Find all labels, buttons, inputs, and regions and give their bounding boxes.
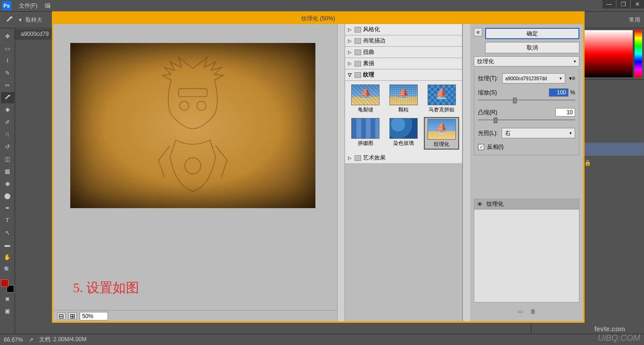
svg-rect-2 xyxy=(179,88,207,96)
hand-tool[interactable]: ✋ xyxy=(1,252,14,263)
blur-tool[interactable]: ◉ xyxy=(1,178,14,189)
thumb-patchwork[interactable]: 拼缀图 xyxy=(348,117,383,150)
folder-icon xyxy=(355,50,361,55)
eraser-tool[interactable]: ◫ xyxy=(1,153,14,165)
scale-slider[interactable] xyxy=(478,97,575,103)
preview-canvas[interactable]: 5. 设置如图 xyxy=(59,30,333,308)
preview-pane: 5. 设置如图 ⊟ ⊞ xyxy=(53,24,337,321)
thumb-image xyxy=(389,118,418,139)
history-brush-tool[interactable]: ↺ xyxy=(1,141,14,152)
doc-info: 文档 :2.00M/4.00M xyxy=(39,336,87,344)
zoom-input[interactable] xyxy=(80,312,108,320)
ps-logo: Ps xyxy=(2,1,11,10)
document-tab[interactable]: a9000cd79 xyxy=(15,28,54,40)
folder-icon xyxy=(355,155,361,161)
zoom-in-button[interactable]: ⊞ xyxy=(68,312,77,320)
cancel-button[interactable]: 取消 xyxy=(485,42,579,53)
zoom-tool[interactable]: 🔍 xyxy=(1,264,14,275)
trash-icon[interactable]: 🗑 xyxy=(530,308,536,315)
tree-label: 扭曲 xyxy=(363,48,374,56)
eye-icon[interactable]: 👁 xyxy=(476,201,484,208)
gradient-tool[interactable]: ▦ xyxy=(1,166,14,177)
collapse-toggle[interactable]: « xyxy=(474,28,482,36)
effect-layer-label: 纹理化 xyxy=(487,200,504,208)
tree-stylize[interactable]: ▷风格化 xyxy=(345,24,462,35)
type-tool[interactable]: T xyxy=(1,215,14,226)
settings-pane: « 确定 取消 纹理化 ▾ 纹理(T): a9000cd7912397dd ▾ … xyxy=(470,24,583,321)
thumb-stained-glass[interactable]: 染色玻璃 xyxy=(386,117,421,150)
crop-tool[interactable]: ✂ xyxy=(1,80,14,91)
status-zoom[interactable]: 66.67% xyxy=(4,337,23,343)
thumb-grain[interactable]: 颗粒 xyxy=(386,84,421,114)
relief-slider[interactable] xyxy=(478,117,575,123)
folder-icon xyxy=(355,72,361,78)
texture-dropdown[interactable]: a9000cd7912397dd ▾ xyxy=(502,73,565,84)
tree-label: 素描 xyxy=(363,59,374,67)
tree-sketch[interactable]: ▷素描 xyxy=(345,58,462,69)
filter-tree: ▷风格化 ▷画笔描边 ▷扭曲 ▷素描 ▽纹理 龟裂缝 颗粒 马赛克拼贴 拼缀图 … xyxy=(345,24,462,321)
thumb-label: 龟裂缝 xyxy=(358,106,373,113)
thumb-craquelure[interactable]: 龟裂缝 xyxy=(348,84,383,114)
zoom-out-button[interactable]: ⊟ xyxy=(57,312,66,320)
texture-thumbs: 龟裂缝 颗粒 马赛克拼贴 拼缀图 染色玻璃 纹理化 xyxy=(345,81,462,152)
thumb-image xyxy=(428,84,456,105)
tree-label: 画笔描边 xyxy=(363,37,386,45)
screenmode-tool[interactable]: ▣ xyxy=(1,305,14,317)
healing-tool[interactable]: ✱ xyxy=(1,104,14,116)
texture-flyout-icon[interactable]: ▾≡ xyxy=(569,75,575,82)
new-effect-icon[interactable]: ▭ xyxy=(518,308,523,315)
lasso-tool[interactable]: ⌇ xyxy=(1,55,14,67)
tree-label: 纹理 xyxy=(363,71,374,79)
dodge-tool[interactable]: ⬤ xyxy=(1,190,14,202)
filter-gallery-dialog: 纹理化 (50%) 5. 设置 xyxy=(52,11,585,323)
sketch-overlay xyxy=(70,43,315,208)
menu-more[interactable]: 编 xyxy=(41,2,54,10)
minimize-button[interactable]: — xyxy=(603,0,616,8)
tree-brushstrokes[interactable]: ▷画笔描边 xyxy=(345,35,462,47)
filter-dropdown[interactable]: 纹理化 ▾ xyxy=(474,56,579,67)
dropdown-value: 纹理化 xyxy=(477,58,494,66)
tree-scrollbar[interactable] xyxy=(462,24,470,321)
texture-label: 纹理(T): xyxy=(478,75,498,83)
marquee-tool[interactable]: ▭ xyxy=(1,43,14,54)
options-arrow[interactable]: ▾ xyxy=(19,17,22,23)
invert-checkbox[interactable]: ✓ 反相(I) xyxy=(478,143,575,151)
check-icon: ✓ xyxy=(478,144,484,150)
brush-tool[interactable]: ✐ xyxy=(1,117,14,128)
export-icon[interactable]: ↗ xyxy=(29,337,33,343)
thumb-image xyxy=(389,84,418,105)
preset-label[interactable]: 常用 xyxy=(629,16,640,24)
maximize-button[interactable]: ❐ xyxy=(617,0,630,8)
scale-unit: % xyxy=(570,89,575,96)
scale-input[interactable] xyxy=(549,88,569,97)
thumb-mosaic[interactable]: 马赛克拼贴 xyxy=(424,84,459,114)
pen-tool[interactable]: ✒ xyxy=(1,202,14,214)
color-swatches[interactable] xyxy=(1,279,14,293)
path-select-tool[interactable]: ↖ xyxy=(1,227,14,238)
tree-artistic[interactable]: ▷艺术效果 xyxy=(345,152,462,164)
light-dropdown[interactable]: 右 ▾ xyxy=(502,128,575,138)
shape-tool[interactable]: ▬ xyxy=(1,239,14,251)
scale-label: 缩放(S) xyxy=(478,89,497,97)
close-button[interactable]: ✕ xyxy=(631,0,644,8)
stamp-tool[interactable]: ⎍ xyxy=(1,129,14,140)
hue-slider[interactable] xyxy=(635,30,642,77)
relief-input[interactable] xyxy=(555,108,575,117)
chevron-down-icon: ▾ xyxy=(574,59,576,64)
move-tool[interactable]: ✥ xyxy=(1,31,14,42)
menu-file[interactable]: 文件(F) xyxy=(15,2,41,10)
preview-scrollbar[interactable] xyxy=(337,24,345,321)
eyedropper-tool[interactable] xyxy=(1,92,14,103)
quickmask-tool[interactable]: ◙ xyxy=(1,293,14,304)
tree-distort[interactable]: ▷扭曲 xyxy=(345,47,462,58)
folder-icon xyxy=(355,27,361,33)
status-bar: 66.67% ↗ 文档 :2.00M/4.00M xyxy=(0,334,644,345)
quick-select-tool[interactable]: ✎ xyxy=(1,67,14,79)
ok-button[interactable]: 确定 xyxy=(485,28,579,39)
thumb-texturizer[interactable]: 纹理化 xyxy=(424,117,459,150)
tree-texture[interactable]: ▽纹理 xyxy=(345,69,462,81)
eyedropper-icon[interactable] xyxy=(4,14,15,25)
fg-color-swatch[interactable] xyxy=(1,279,8,287)
effect-layer-row[interactable]: 👁 纹理化 xyxy=(474,199,579,210)
tools-panel: ✥ ▭ ⌇ ✎ ✂ ✱ ✐ ⎍ ↺ ◫ ▦ ◉ ⬤ ✒ T ↖ ▬ ✋ 🔍 ◙ … xyxy=(0,28,15,345)
